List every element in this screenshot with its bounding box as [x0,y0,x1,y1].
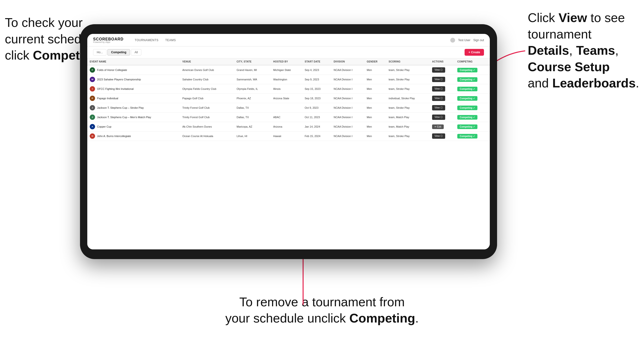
cell-city-state: Olympia Fields, IL [234,84,271,94]
table-row: I OFCC Fighting Illini Invitational Olym… [87,84,490,94]
table-row: W 2023 Sahalee Players Championship Saha… [87,75,490,84]
team-logo: H [90,133,95,139]
cell-division: NCAA Division I [331,113,364,122]
team-logo: P [90,96,95,101]
competing-button[interactable]: Competing ✓ [457,134,478,139]
cell-actions: ✏ Edit [430,122,455,132]
cell-competing: Competing ✓ [455,94,490,103]
cell-scoring: team, Stroke Play [386,132,430,141]
view-button[interactable]: View ⓘ [432,67,445,73]
cell-event-name: W 2023 Sahalee Players Championship [87,75,180,84]
cell-hosted-by: Arizona State [271,94,302,103]
competing-button[interactable]: Competing ✓ [457,68,478,72]
cell-start-date: Oct 9, 2023 [302,103,331,113]
team-logo: F [90,67,95,73]
cell-actions: View ⓘ [430,113,455,122]
cell-gender: Men [364,84,386,94]
cell-hosted-by: ABAC [271,113,302,122]
col-event-name: EVENT NAME [87,58,180,65]
cell-start-date: Sep 9, 2023 [302,75,331,84]
view-button[interactable]: View ⓘ [432,115,445,120]
tablet-frame: SCOREBOARD Powered by clippi TOURNAMENTS… [80,24,497,259]
competing-button[interactable]: Competing ✓ [457,77,478,82]
tab-competing[interactable]: Competing [108,49,130,55]
annotation-top-right: Click View to see tournament Details, Te… [528,10,639,92]
cell-city-state: Phoenix, AZ [234,94,271,103]
nav-sign-out[interactable]: Sign out [473,38,484,42]
cell-gender: Men [364,75,386,84]
cell-venue: Ocean Course At Hokuala [180,132,234,141]
cell-hosted-by: Hawaii [271,132,302,141]
team-logo: J [90,105,95,110]
competing-button[interactable]: Competing ✓ [457,106,478,110]
cell-scoring: team, Match Play [386,122,430,132]
cell-division: NCAA Division I [331,132,364,141]
competing-button[interactable]: Competing ✓ [457,115,478,120]
event-name-text: John A. Burns Intercollegiate [97,135,131,138]
col-city-state: CITY, STATE [234,58,271,65]
competing-button[interactable]: Competing ✓ [457,87,478,91]
competing-button[interactable]: Competing ✓ [457,96,478,101]
cell-start-date: Sep 18, 2023 [302,94,331,103]
filter-tabs: Ho... Competing All [93,49,141,55]
cell-hosted-by: Illinois [271,84,302,94]
view-button[interactable]: View ⓘ [432,86,445,92]
cell-actions: View ⓘ [430,65,455,75]
tab-home[interactable]: Ho... [93,49,106,55]
view-button[interactable]: View ⓘ [432,133,445,139]
table-row: J Jackson T. Stephens Cup – Stroke Play … [87,103,490,113]
view-button[interactable]: View ⓘ [432,77,445,82]
competing-button[interactable]: Competing ✓ [457,125,478,129]
user-icon [450,38,455,43]
cell-division: NCAA Division I [331,94,364,103]
table-container: EVENT NAME VENUE CITY, STATE HOSTED BY S… [87,58,490,249]
cell-competing: Competing ✓ [455,75,490,84]
team-logo: J [90,115,95,120]
cell-competing: Competing ✓ [455,65,490,75]
team-logo: I [90,86,95,92]
cell-event-name: A Copper Cup [87,122,180,132]
annotation-bottom: To remove a tournament from your schedul… [225,294,419,327]
cell-city-state: Dallas, TX [234,103,271,113]
cell-venue: American Dunes Golf Club [180,65,234,75]
cell-event-name: P Papago Individual [87,94,180,103]
cell-actions: View ⓘ [430,94,455,103]
cell-actions: View ⓘ [430,103,455,113]
table-row: J Jackson T. Stephens Cup – Men's Match … [87,113,490,122]
col-hosted-by: HOSTED BY [271,58,302,65]
cell-gender: Men [364,103,386,113]
cell-actions: View ⓘ [430,132,455,141]
cell-start-date: Feb 15, 2024 [302,132,331,141]
cell-division: NCAA Division I [331,103,364,113]
create-button[interactable]: + Create [464,49,484,56]
cell-hosted-by: Michigan State [271,65,302,75]
tablet-screen: SCOREBOARD Powered by clippi TOURNAMENTS… [87,34,490,249]
view-button[interactable]: View ⓘ [432,96,445,101]
cell-division: NCAA Division I [331,75,364,84]
cell-gender: Men [364,113,386,122]
event-name-text: 2023 Sahalee Players Championship [97,78,141,81]
event-name-text: Jackson T. Stephens Cup – Stroke Play [97,106,144,109]
event-name-text: OFCC Fighting Illini Invitational [97,87,134,90]
nav-tournaments[interactable]: TOURNAMENTS [132,34,162,46]
cell-hosted-by: Washington [271,75,302,84]
nav-bar: SCOREBOARD Powered by clippi TOURNAMENTS… [87,34,490,46]
col-gender: GENDER [364,58,386,65]
view-button[interactable]: View ⓘ [432,105,445,110]
cell-division: NCAA Division I [331,122,364,132]
nav-teams[interactable]: TEAMS [162,34,180,46]
scoreboard-logo: SCOREBOARD Powered by clippi [93,37,124,43]
cell-city-state: Maricopa, AZ [234,122,271,132]
cell-hosted-by: Arizona [271,122,302,132]
cell-start-date: Oct 11, 2023 [302,113,331,122]
tab-all[interactable]: All [131,49,141,55]
cell-scoring: team, Stroke Play [386,84,430,94]
cell-venue: Sahalee Country Club [180,75,234,84]
table-row: A Copper Cup Ak-Chin Southern Dunes Mari… [87,122,490,132]
edit-button[interactable]: ✏ Edit [432,125,444,129]
nav-user-text: Test User [458,38,470,42]
cell-venue: Trinity Forest Golf Club [180,103,234,113]
nav-right: Test User Sign out [450,38,484,43]
event-name-text: Folds of Honor Collegiate [97,68,127,71]
cell-division: NCAA Division I [331,65,364,75]
